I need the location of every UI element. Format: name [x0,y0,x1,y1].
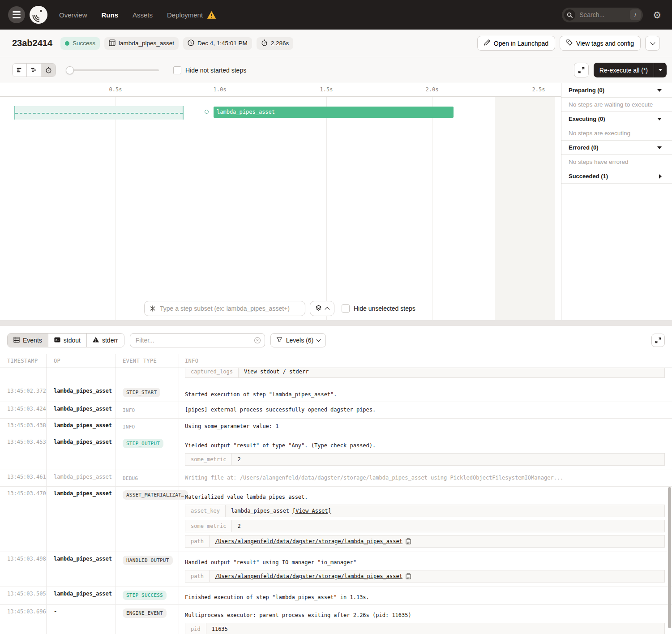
reexecute-dropdown-button[interactable] [654,63,667,77]
reexecute-all-button[interactable]: Re-execute all (*) [594,63,667,77]
nav-items: Overview Runs Assets Deployment [59,11,216,19]
start-time-tag: Dec 4, 1:45:01 PM [183,37,252,50]
run-header: 23ab2414 Success lambda_pipes_asset Dec … [0,30,672,57]
search-shortcut-badge: / [630,9,641,20]
caret-down-icon [657,118,662,120]
search-input[interactable] [579,11,630,18]
warning-triangle-icon [93,337,99,344]
hide-unselected-label: Hide unselected steps [354,305,415,312]
step-query-options-button[interactable] [310,301,334,316]
hide-not-started-checkbox[interactable] [173,66,181,74]
event-type-badge: STEP_START [123,388,160,397]
event-type-badge: INFO [123,406,138,415]
log-filter-input[interactable] [130,333,265,347]
caret-up-icon [325,307,330,312]
events-expand-button[interactable] [651,334,665,347]
view-waterfall-icon[interactable] [27,64,41,77]
path-link[interactable]: /Users/alangenfeld/data/dagster/storage/… [215,537,402,545]
events-scrollbar[interactable] [668,487,671,628]
view-asset-link[interactable]: [View Asset] [292,507,331,515]
tab-events[interactable]: Events [8,334,48,347]
job-tag[interactable]: lambda_pipes_asset [104,37,179,50]
metadata-entry: asset_key lambda_pipes_asset [View Asset… [185,505,665,517]
log-tabs: Events stdout stderr [7,333,124,347]
copy-icon[interactable] [406,538,411,544]
event-row[interactable]: 13:45:03.498 lambda_pipes_asset HANDLED_… [0,552,672,587]
col-event-type: EVENT TYPE [116,354,179,368]
dagster-logo-icon[interactable] [30,6,47,24]
axis-tick: 0.5s [109,86,122,93]
nav-item-overview[interactable]: Overview [59,11,87,19]
event-row[interactable]: 13:45:03.696 - ENGINE_EVENT Multiprocess… [0,605,672,634]
event-row[interactable]: 13:45:02.372 lambda_pipes_asset STEP_STA… [0,384,672,402]
sidebar-section-succeeded[interactable]: Succeeded (1) [561,169,672,184]
tab-stderr[interactable]: stderr [87,334,124,347]
funnel-icon [276,337,282,344]
hide-unselected-checkbox[interactable] [342,304,350,313]
view-tags-config-button[interactable]: View tags and config [560,36,641,51]
settings-gear-icon[interactable]: ⚙ [653,10,661,20]
event-row[interactable]: 13:45:03.453 lambda_pipes_asset STEP_OUT… [0,435,672,470]
sidebar-empty-preparing: No steps are waiting to execute [561,98,672,112]
nav-item-runs[interactable]: Runs [102,11,119,19]
gantt-region: lambda_pipes_asset Hide unselected [0,83,672,320]
event-row[interactable]: 13:45:03.505 lambda_pipes_asset STEP_SUC… [0,587,672,605]
search-bar[interactable]: / [562,8,643,22]
clock-icon [188,39,194,47]
layers-icon [315,304,322,313]
sidebar-section-executing[interactable]: Executing (0) [561,112,672,126]
event-type-badge: ASSET_MATERIALIZAT… [123,490,188,500]
gridline [326,97,327,320]
gantt-chart: lambda_pipes_asset Hide unselected [0,83,561,320]
event-row[interactable]: 13:45:03.470 lambda_pipes_asset ASSET_MA… [0,487,672,552]
step-subset-input[interactable] [144,301,305,316]
gantt-step-bar[interactable]: lambda_pipes_asset [214,107,454,118]
job-grid-icon [109,39,116,47]
gantt-expand-button[interactable] [574,63,589,77]
open-in-launchpad-button[interactable]: Open in Launchpad [477,36,555,51]
tab-stdout[interactable]: stdout [48,334,87,347]
levels-filter-button[interactable]: Levels (6) [270,333,326,347]
event-row[interactable]: 13:45:03.424 lambda_pipes_asset INFO [pi… [0,402,672,419]
top-navbar: Overview Runs Assets Deployment / ⚙ [0,0,672,30]
event-type-badge: STEP_OUTPUT [123,439,163,448]
metadata-entry: some_metric 2 [185,520,665,532]
view-timed-icon[interactable] [41,64,56,77]
gantt-zoom-slider[interactable] [67,69,159,71]
run-more-actions-button[interactable] [645,36,660,51]
caret-right-icon [659,174,662,179]
menu-icon[interactable] [8,6,25,23]
gridline [116,97,116,320]
clear-filter-icon[interactable] [254,337,261,346]
gantt-toolbar: Hide not started steps Re-execute all (*… [0,57,672,83]
sidebar-empty-errored: No steps have errored [561,155,672,169]
view-flat-icon[interactable] [13,64,27,77]
event-type-badge: STEP_SUCCESS [123,591,167,600]
event-row[interactable]: 13:45:03.461 lambda_pipes_asset DEBUG Wr… [0,470,672,487]
event-row[interactable]: 13:45:03.438 lambda_pipes_asset INFO Usi… [0,419,672,435]
col-timestamp: TIMESTAMP [0,354,47,368]
nav-item-assets[interactable]: Assets [133,11,153,19]
run-id: 23ab2414 [12,38,52,48]
sidebar-section-preparing[interactable]: Preparing (0) [561,83,672,98]
status-badge[interactable]: Success [60,37,100,50]
view-stdout-stderr-link[interactable]: View stdout / stderr [244,368,309,376]
path-link[interactable]: /Users/alangenfeld/data/dagster/storage/… [215,572,402,580]
event-type-badge: ENGINE_EVENT [123,608,167,618]
sidebar-empty-executing: No steps are executing [561,126,672,141]
copy-icon[interactable] [406,573,411,579]
panel-splitter[interactable] [0,320,672,326]
step-waiting-region [14,106,184,120]
hide-not-started-label: Hide not started steps [185,67,246,74]
duration-tag: 2.286s [257,37,294,50]
nav-item-deployment[interactable]: Deployment [167,11,203,19]
col-info: INFO [179,354,672,368]
search-icon [564,9,575,21]
slider-handle[interactable] [66,66,74,74]
event-row[interactable]: captured_logs View stdout / stderr [0,368,672,384]
step-status-sidebar: Preparing (0) No steps are waiting to ex… [561,83,672,320]
caret-down-icon [657,146,662,149]
col-op: OP [47,354,116,368]
deployment-warning-icon[interactable] [207,11,216,19]
sidebar-section-errored[interactable]: Errored (0) [561,141,672,155]
